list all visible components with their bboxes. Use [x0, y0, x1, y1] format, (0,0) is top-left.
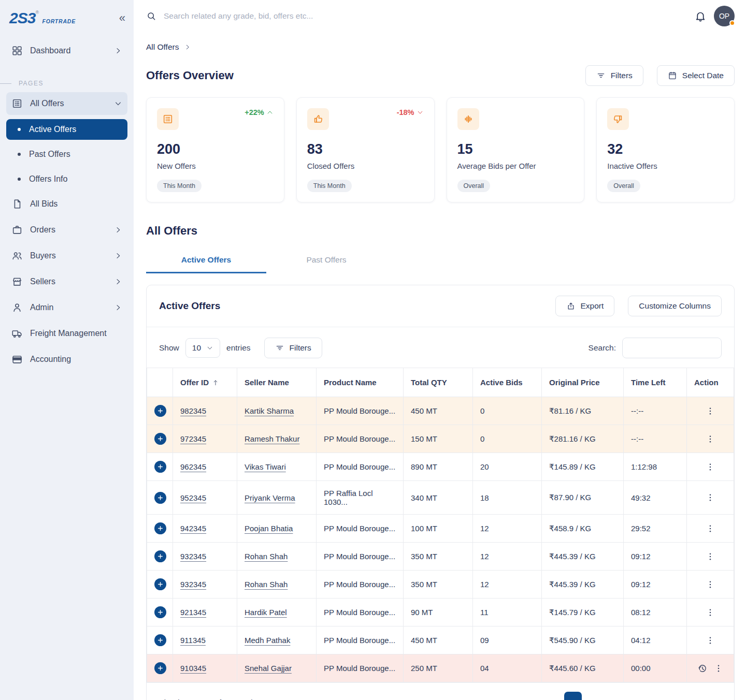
kebab-menu-icon[interactable] — [706, 406, 715, 416]
column-header-offer-id[interactable]: Offer ID — [173, 368, 237, 397]
select-date-button[interactable]: Select Date — [657, 65, 735, 86]
search-input[interactable] — [164, 11, 687, 21]
offer-id-link[interactable]: 932345 — [180, 552, 206, 561]
sidebar-collapse-icon[interactable]: « — [119, 12, 125, 24]
seller-name-link[interactable]: Priyank Verma — [245, 493, 295, 502]
bell-icon[interactable] — [694, 10, 707, 22]
offer-id-link[interactable]: 932345 — [180, 580, 206, 589]
column-header-action[interactable]: Action — [687, 368, 734, 397]
pagination-page-3[interactable]: 3 — [607, 693, 623, 700]
filter-icon — [596, 71, 606, 80]
total-qty-cell: 250 MT — [404, 654, 473, 682]
expand-row-button[interactable] — [154, 405, 166, 417]
expand-row-button[interactable] — [154, 522, 166, 534]
seller-name-link[interactable]: Medh Pathak — [245, 636, 290, 645]
table-search-input[interactable] — [622, 338, 722, 358]
calendar-icon — [668, 71, 677, 80]
sidebar-item-label: Freight Management — [30, 329, 122, 338]
history-icon[interactable] — [697, 663, 708, 674]
offer-id-link[interactable]: 972345 — [180, 434, 206, 443]
pagination-page-2[interactable]: 2 — [586, 693, 602, 700]
expand-row-button[interactable] — [154, 662, 166, 674]
kebab-menu-icon[interactable] — [706, 524, 715, 533]
offers-tabs: Active OffersPast Offers — [146, 250, 735, 273]
offer-id-link[interactable]: 910345 — [180, 664, 206, 673]
filters-button[interactable]: Filters — [585, 65, 643, 86]
sidebar-item-dashboard[interactable]: Dashboard — [6, 39, 127, 62]
seller-name-link[interactable]: Poojan Bhatia — [245, 524, 293, 533]
pagination-page-1[interactable]: 1 — [564, 692, 582, 700]
tab-active-offers[interactable]: Active Offers — [146, 250, 266, 273]
avatar[interactable]: OP — [714, 6, 735, 26]
sidebar-item-buyers[interactable]: Buyers — [6, 244, 127, 267]
kebab-menu-icon[interactable] — [706, 552, 715, 561]
sidebar-item-orders[interactable]: Orders — [6, 218, 127, 241]
offer-id-link[interactable]: 962345 — [180, 462, 206, 471]
seller-name-link[interactable]: Rohan Shah — [245, 552, 288, 561]
table-filters-button[interactable]: Filters — [264, 338, 322, 358]
pagination-page-6[interactable]: 6 — [669, 693, 685, 700]
expand-row-button[interactable] — [154, 550, 166, 562]
column-header-total-qty[interactable]: Total QTY — [404, 368, 473, 397]
sidebar-item-label: All Bids — [30, 199, 122, 209]
sidebar-item-freight-management[interactable]: Freight Management — [6, 322, 127, 345]
breadcrumb-all-offers[interactable]: All Offers — [146, 42, 179, 52]
seller-name-link[interactable]: Rohan Shah — [245, 580, 288, 589]
pagination-next-icon[interactable] — [710, 697, 722, 700]
expand-row-button[interactable] — [154, 492, 166, 504]
sidebar-item-all-bids[interactable]: All Bids — [6, 193, 127, 215]
sidebar-subitem-offers-info[interactable]: Offers Info — [6, 169, 127, 189]
briefcase-icon — [11, 224, 23, 236]
entries-select[interactable]: 10 — [185, 338, 220, 358]
export-button[interactable]: Export — [555, 296, 615, 316]
table-row: 982345Kartik SharmaPP Mould Borouge...45… — [147, 397, 734, 425]
column-header-seller-name[interactable]: Seller Name — [237, 368, 317, 397]
kebab-menu-icon[interactable] — [706, 580, 715, 589]
offer-id-link[interactable]: 982345 — [180, 406, 206, 415]
brand-mark: 2S3 — [9, 9, 35, 26]
pagination-page-7[interactable]: 7 — [690, 693, 706, 700]
sidebar-item-label: Active Offers — [29, 125, 76, 134]
total-qty-cell: 450 MT — [404, 626, 473, 654]
column-header-time-left[interactable]: Time Left — [624, 368, 687, 397]
seller-name-link[interactable]: Vikas Tiwari — [245, 462, 286, 471]
pagination-page-5[interactable]: 5 — [648, 693, 665, 700]
truck-icon — [11, 328, 23, 339]
expand-row-button[interactable] — [154, 461, 166, 473]
seller-name-link[interactable]: Kartik Sharma — [245, 406, 294, 415]
offer-id-link[interactable]: 911345 — [180, 636, 206, 645]
expand-row-button[interactable] — [154, 578, 166, 590]
topbar: OP — [146, 0, 735, 32]
offer-id-link[interactable]: 942345 — [180, 524, 206, 533]
expand-row-button[interactable] — [154, 606, 166, 618]
kebab-menu-icon[interactable] — [706, 462, 715, 472]
sidebar-item-sellers[interactable]: Sellers — [6, 270, 127, 293]
kebab-menu-icon[interactable] — [706, 608, 715, 617]
seller-name-link[interactable]: Ramesh Thakur — [245, 434, 299, 443]
tab-past-offers[interactable]: Past Offers — [266, 250, 386, 273]
offer-id-link[interactable]: 921345 — [180, 608, 206, 617]
column-header-product-name[interactable]: Product Name — [317, 368, 404, 397]
waveform-icon — [457, 108, 479, 130]
column-header-active-bids[interactable]: Active Bids — [473, 368, 542, 397]
sidebar-item-all-offers[interactable]: All Offers — [6, 92, 127, 115]
expand-row-button[interactable] — [154, 634, 166, 646]
pagination-page-4[interactable]: 4 — [627, 693, 644, 700]
seller-name-link[interactable]: Snehal Gajjar — [245, 664, 292, 673]
sidebar-item-accounting[interactable]: Accounting — [6, 348, 127, 371]
kebab-menu-icon[interactable] — [714, 664, 723, 673]
sidebar-subitem-past-offers[interactable]: Past Offers — [6, 144, 127, 165]
sidebar-subitem-active-offers[interactable]: Active Offers — [6, 119, 127, 140]
pagination-prev-icon[interactable] — [549, 697, 560, 700]
sidebar-item-label: Accounting — [30, 355, 122, 364]
expand-row-button[interactable] — [154, 433, 166, 445]
customize-columns-button[interactable]: Customize Columns — [628, 296, 722, 316]
sidebar-item-admin[interactable]: Admin — [6, 296, 127, 319]
product-name-cell: PP Mould Borouge... — [317, 453, 404, 481]
seller-name-link[interactable]: Hardik Patel — [245, 608, 287, 617]
column-header-original-price[interactable]: Original Price — [542, 368, 624, 397]
offer-id-link[interactable]: 952345 — [180, 493, 206, 502]
kebab-menu-icon[interactable] — [706, 636, 715, 645]
kebab-menu-icon[interactable] — [706, 493, 715, 502]
kebab-menu-icon[interactable] — [706, 434, 715, 444]
